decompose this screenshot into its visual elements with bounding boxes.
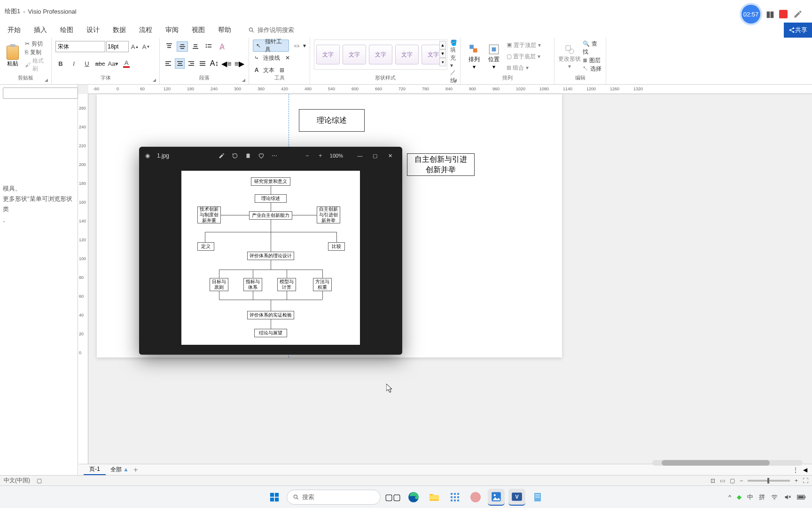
tab-review[interactable]: 审阅: [160, 24, 184, 36]
tab-help[interactable]: 帮助: [212, 24, 237, 36]
style-thumb[interactable]: 文字: [316, 45, 340, 64]
tab-draw[interactable]: 绘图: [55, 24, 79, 36]
maximize-button[interactable]: ▢: [367, 149, 383, 162]
pointer-tool-button[interactable]: ↖指针工具: [253, 40, 289, 52]
styles-launcher-icon[interactable]: ◢: [453, 78, 459, 83]
align-bottom-button[interactable]: [190, 41, 201, 52]
increase-indent-button[interactable]: ≡▶: [234, 58, 245, 69]
tab-design[interactable]: 设计: [81, 24, 105, 36]
battery-icon[interactable]: [797, 494, 806, 500]
tab-data[interactable]: 数据: [107, 24, 132, 36]
rotate-icon[interactable]: [231, 152, 239, 159]
delete-tool-button[interactable]: ✕: [284, 52, 291, 64]
ime-mode[interactable]: 拼: [759, 493, 765, 501]
page-options-icon[interactable]: ⋮: [793, 467, 798, 473]
zoom-out-icon[interactable]: −: [304, 152, 311, 159]
tell-me-search[interactable]: 操作说明搜索: [248, 26, 294, 34]
volume-icon[interactable]: [784, 493, 791, 501]
zoom-in-icon[interactable]: +: [317, 152, 324, 159]
font-name-select[interactable]: [55, 41, 105, 52]
delete-icon[interactable]: [244, 152, 252, 159]
zoom-slider[interactable]: [748, 480, 790, 482]
increase-font-button[interactable]: A▲: [130, 41, 140, 52]
style-thumb[interactable]: 文字: [343, 45, 366, 64]
photos-taskbar-icon[interactable]: [488, 489, 505, 506]
clipboard-launcher-icon[interactable]: ◢: [45, 78, 50, 83]
zoom-out-button[interactable]: −: [740, 477, 743, 484]
fill-button[interactable]: 🪣 填充 ▾: [450, 40, 457, 69]
connector-tool-button[interactable]: ⤷连接线: [253, 52, 280, 64]
zoom-in-button[interactable]: +: [795, 477, 798, 484]
paragraph-launcher-icon[interactable]: ◢: [242, 78, 248, 83]
taskbar-search[interactable]: 搜索: [287, 490, 381, 505]
pencil-icon[interactable]: [793, 9, 803, 19]
decrease-indent-button[interactable]: ◀≡: [221, 58, 232, 69]
full-screen-icon[interactable]: ⛶: [803, 477, 808, 484]
style-thumb[interactable]: 文字: [369, 45, 392, 64]
bullets-button[interactable]: [203, 41, 214, 52]
justify-button[interactable]: [198, 58, 207, 69]
start-button[interactable]: [266, 489, 283, 506]
tab-view[interactable]: 视图: [186, 24, 211, 36]
ime-indicator[interactable]: 中: [747, 493, 753, 501]
task-view-icon[interactable]: ▢▢: [384, 489, 401, 506]
align-top-button[interactable]: [164, 41, 175, 52]
change-shape-button[interactable]: 更改形状▾: [558, 40, 581, 73]
record-macro-icon[interactable]: ▢: [37, 477, 42, 484]
photos-titlebar[interactable]: ◉ 1.jpg ⋯ − + 100% — ▢ ✕: [139, 147, 402, 165]
format-painter-button[interactable]: 🖌格式刷: [25, 57, 47, 73]
app-icon[interactable]: [446, 489, 463, 506]
edit-icon[interactable]: [218, 152, 226, 159]
align-left-button[interactable]: [164, 58, 173, 69]
stop-icon[interactable]: [779, 10, 788, 18]
text-direction-button[interactable]: A↕: [210, 58, 219, 69]
underline-button[interactable]: U: [82, 58, 92, 69]
pause-icon[interactable]: ▮▮: [766, 9, 773, 19]
gallery-scroll[interactable]: ▲▼▾: [439, 41, 446, 66]
strikethrough-button[interactable]: abc: [95, 58, 105, 69]
tray-chevron-icon[interactable]: ^: [728, 493, 731, 500]
send-back-button[interactable]: ▢ 置于底层 ▾: [507, 53, 541, 61]
add-page-button[interactable]: +: [133, 466, 138, 474]
font-launcher-icon[interactable]: ◢: [153, 78, 158, 83]
language-status[interactable]: 中文(中国): [4, 476, 30, 484]
more-icon[interactable]: ⋯: [271, 152, 278, 159]
wifi-icon[interactable]: [771, 493, 778, 501]
edge-icon[interactable]: [405, 489, 422, 506]
styles-gallery[interactable]: 文字 文字 文字 文字 文字 ▲▼▾: [314, 40, 447, 70]
tab-insert[interactable]: 插入: [28, 24, 53, 36]
paste-button[interactable]: 粘贴: [4, 40, 22, 73]
share-button[interactable]: 共享: [784, 23, 812, 38]
photos-window[interactable]: ◉ 1.jpg ⋯ − + 100% — ▢ ✕ 研究背景和意义 理论综述 技术…: [139, 147, 402, 355]
decrease-font-button[interactable]: A▼: [141, 41, 151, 52]
find-button[interactable]: 🔍 查找: [583, 40, 602, 56]
group-button[interactable]: ⊞ 组合 ▾: [507, 64, 541, 72]
font-size-select[interactable]: [106, 41, 129, 52]
copy-button[interactable]: ⎘复制: [25, 48, 47, 56]
bring-front-button[interactable]: ▣ 置于顶层 ▾: [507, 41, 541, 49]
all-pages-button[interactable]: 全部 ▲: [110, 466, 129, 474]
scroll-left-icon[interactable]: ◀: [803, 467, 807, 473]
arrange-button[interactable]: 排列▾: [464, 40, 484, 73]
cut-button[interactable]: 剪切: [25, 40, 47, 48]
visio-taskbar-icon[interactable]: V: [508, 489, 525, 506]
bold-button[interactable]: B: [55, 58, 66, 69]
shapes-search-input[interactable]: [3, 87, 78, 99]
app-icon-2[interactable]: [467, 489, 484, 506]
rectangle-tool-button[interactable]: ▭▾: [293, 40, 306, 52]
layers-button[interactable]: ≣ 图层: [583, 56, 602, 64]
shape-box[interactable]: 自主创新与引进创新并举: [407, 153, 475, 176]
presentation-icon[interactable]: ▢: [730, 477, 735, 484]
italic-button[interactable]: I: [69, 58, 79, 69]
change-case-button[interactable]: Aa▾: [108, 58, 118, 69]
style-thumb[interactable]: 文字: [395, 45, 419, 64]
horizontal-scrollbar[interactable]: [652, 460, 803, 466]
align-center-button[interactable]: [175, 58, 184, 69]
page-tab-1[interactable]: 页-1: [84, 464, 106, 475]
tray-app-icon[interactable]: ◆: [737, 493, 742, 500]
timer-badge[interactable]: 02:57: [742, 5, 760, 24]
explorer-icon[interactable]: [426, 489, 443, 506]
minimize-button[interactable]: —: [352, 149, 367, 162]
fit-page-icon[interactable]: ⊡: [710, 477, 715, 484]
heart-icon[interactable]: [258, 152, 265, 159]
